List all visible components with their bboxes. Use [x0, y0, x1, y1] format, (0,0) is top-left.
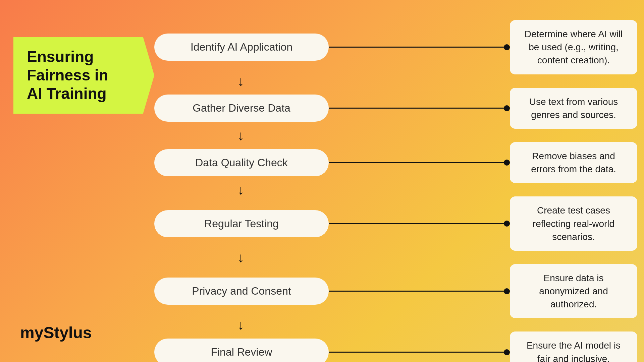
description-box: Use text from various genres and sources…: [510, 88, 637, 129]
connector-line: [329, 349, 510, 355]
description-box: Ensure the AI model is fair and inclusiv…: [510, 331, 637, 362]
description-box: Ensure data is anonymized and authorized…: [510, 264, 637, 318]
description-box: Create test cases reflecting real-world …: [510, 196, 637, 251]
connector-line: [329, 44, 510, 50]
connector-line: [329, 160, 510, 166]
arrow-container: ↓: [154, 318, 244, 331]
h-line: [329, 162, 504, 163]
connector-dot: [504, 221, 510, 227]
h-line: [329, 47, 504, 48]
step-pill: Identify AI Application: [154, 34, 329, 61]
connector-line: [329, 105, 510, 111]
connector-dot: [504, 160, 510, 166]
arrow-down: ↓: [237, 183, 244, 196]
step-pill: Regular Testing: [154, 210, 329, 237]
h-line: [329, 291, 504, 292]
arrow-down: ↓: [237, 129, 244, 142]
h-line: [329, 108, 504, 109]
connector-dot: [504, 44, 510, 50]
arrow-container: ↓: [154, 129, 244, 142]
step-pill: Privacy and Consent: [154, 278, 329, 305]
flow-row: Data Quality CheckRemove biases and erro…: [154, 142, 637, 183]
arrow-container: ↓: [154, 74, 244, 88]
description-box: Remove biases and errors from the data.: [510, 142, 637, 183]
flow-row: Gather Diverse DataUse text from various…: [154, 88, 637, 129]
logo: myStylus: [20, 323, 92, 342]
step-pill: Data Quality Check: [154, 149, 329, 176]
description-box: Determine where AI will be used (e.g., w…: [510, 20, 637, 74]
arrow-down: ↓: [237, 74, 244, 88]
h-line: [329, 352, 504, 353]
flow-row: Final ReviewEnsure the AI model is fair …: [154, 331, 637, 362]
arrow-container: ↓: [154, 183, 244, 196]
h-line: [329, 223, 504, 224]
connector-line: [329, 221, 510, 227]
arrow-down: ↓: [237, 318, 244, 331]
title-line2: AI Training: [27, 85, 107, 102]
connector-dot: [504, 105, 510, 111]
arrow-container: ↓: [154, 251, 244, 264]
connector-dot: [504, 349, 510, 355]
title-text: Ensuring Fairness in AI Training: [27, 48, 138, 103]
connector-line: [329, 288, 510, 294]
title-box: Ensuring Fairness in AI Training: [13, 37, 154, 114]
connector-dot: [504, 288, 510, 294]
step-pill: Gather Diverse Data: [154, 95, 329, 122]
arrow-down: ↓: [237, 251, 244, 264]
flowchart: Identify AI ApplicationDetermine where A…: [154, 20, 637, 342]
flow-row: Identify AI ApplicationDetermine where A…: [154, 20, 637, 74]
title-line1: Ensuring Fairness in: [27, 48, 108, 84]
step-pill: Final Review: [154, 339, 329, 362]
flow-row: Privacy and ConsentEnsure data is anonym…: [154, 264, 637, 318]
flow-row: Regular TestingCreate test cases reflect…: [154, 196, 637, 251]
